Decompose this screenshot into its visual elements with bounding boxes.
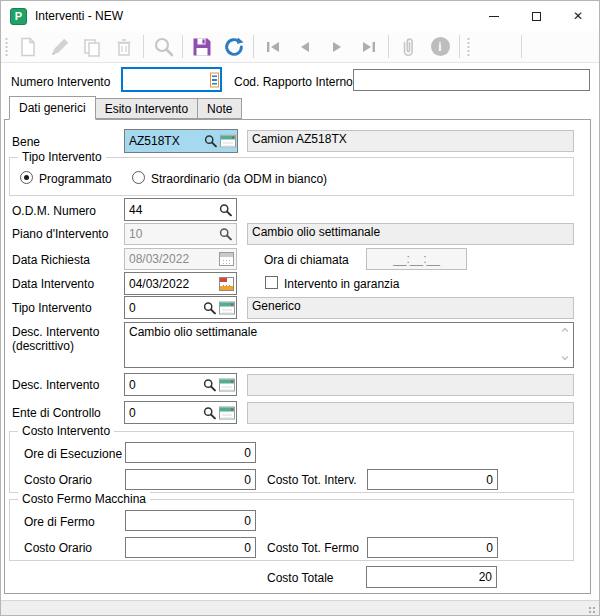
costo-orario-fermo-field — [125, 537, 256, 558]
costo-orario-intervento-input[interactable] — [125, 469, 256, 490]
costo-tot-interv-label: Costo Tot. Interv. — [267, 473, 357, 487]
lookup-search-icon — [219, 228, 232, 241]
close-icon: ✕ — [573, 9, 583, 23]
minimize-button[interactable] — [473, 1, 515, 31]
search-button[interactable] — [150, 34, 176, 60]
first-record-icon — [265, 40, 281, 54]
costo-totale-field — [366, 566, 497, 588]
previous-record-icon — [298, 40, 312, 54]
radio-programmato[interactable] — [20, 171, 33, 184]
radio-straordinario[interactable] — [132, 171, 145, 184]
interventi-window: P Interventi - NEW ✕ — [0, 0, 600, 616]
dati-generici-panel: Bene Camion AZ518TX Tipo Intervento Prog… — [4, 119, 591, 594]
bene-description: Camion AZ518TX — [247, 130, 574, 152]
new-document-icon — [18, 37, 38, 57]
costo-tot-fermo-label: Costo Tot. Fermo — [267, 541, 359, 555]
edit-pencil-icon — [50, 37, 70, 57]
costo-totale-input[interactable] — [366, 566, 497, 588]
lookup-search-icon[interactable] — [203, 406, 216, 419]
costo-tot-fermo-field — [367, 537, 498, 558]
lookup-search-icon[interactable] — [204, 135, 217, 148]
close-button[interactable]: ✕ — [557, 1, 599, 31]
open-form-icon[interactable] — [219, 301, 235, 314]
lookup-search-icon[interactable] — [203, 301, 216, 314]
ore-esecuzione-field — [125, 442, 256, 463]
tab-dati-generici[interactable]: Dati generici — [9, 96, 96, 120]
open-form-icon[interactable] — [219, 378, 235, 391]
previous-record-button[interactable] — [292, 34, 318, 60]
last-record-icon — [361, 40, 377, 54]
calendar-color-icon[interactable] — [219, 277, 234, 291]
data-richiesta-label: Data Richiesta — [12, 253, 90, 267]
ora-chiamata-label: Ora di chiamata — [264, 253, 349, 267]
last-record-button[interactable] — [356, 34, 382, 60]
ore-fermo-label: Ore di Fermo — [24, 515, 95, 529]
first-record-button[interactable] — [260, 34, 286, 60]
radio-straordinario-label: Straordinario (da ODM in bianco) — [151, 172, 327, 186]
ore-esecuzione-input[interactable] — [125, 442, 256, 463]
data-intervento-field — [124, 272, 237, 295]
resize-grip[interactable] — [588, 606, 597, 615]
radio-programmato-label: Programmato — [39, 172, 112, 186]
desc-descrittivo-textarea[interactable]: Cambio olio settimanale — [124, 322, 574, 368]
lookup-search-icon[interactable] — [219, 203, 232, 216]
copy-icon — [82, 37, 102, 57]
scroll-up-icon[interactable] — [561, 326, 569, 334]
calendar-icon — [219, 252, 234, 266]
numero-intervento-input[interactable] — [121, 67, 222, 92]
desc-intervento-description — [247, 374, 574, 396]
minimize-icon — [489, 16, 499, 17]
tipo-intervento-group-title: Tipo Intervento — [18, 150, 106, 164]
info-button[interactable]: i — [427, 34, 453, 60]
maximize-button[interactable] — [515, 1, 557, 31]
toolbar-separator — [143, 35, 144, 58]
tipo-intervento-row-label: Tipo Intervento — [12, 301, 92, 315]
auto-number-icon[interactable] — [210, 72, 219, 87]
copy-record-button[interactable] — [79, 34, 105, 60]
ente-controllo-field — [124, 401, 237, 424]
edit-record-button[interactable] — [47, 34, 73, 60]
tab-strip: Dati generici Esito Intervento Note — [9, 96, 242, 119]
toolbar-separator — [253, 35, 254, 58]
piano-intervento-description: Cambio olio settimanale — [247, 223, 574, 245]
costo-fermo-group: Costo Fermo Macchina Ore di Fermo Costo … — [9, 499, 574, 561]
desc-intervento-field — [124, 373, 237, 396]
toolbar-grip[interactable] — [466, 36, 471, 58]
odm-numero-field — [124, 198, 237, 221]
tipo-intervento-description: Generico — [247, 297, 574, 319]
title-bar: P Interventi - NEW ✕ — [1, 1, 599, 31]
costo-tot-fermo-input[interactable] — [367, 537, 498, 558]
lookup-search-icon[interactable] — [203, 378, 216, 391]
next-record-icon — [330, 40, 344, 54]
delete-record-button[interactable] — [111, 34, 137, 60]
tab-esito-intervento[interactable]: Esito Intervento — [96, 98, 198, 119]
piano-intervento-field — [124, 223, 237, 245]
data-richiesta-field — [124, 248, 237, 270]
cod-rapporto-input[interactable] — [353, 69, 590, 91]
attachments-button[interactable] — [395, 34, 421, 60]
costo-orario-fermo-input[interactable] — [125, 537, 256, 558]
toolbar-grip[interactable] — [4, 36, 9, 58]
ora-chiamata-input — [366, 248, 467, 270]
status-strip — [1, 600, 599, 616]
garanzia-checkbox[interactable] — [265, 276, 278, 289]
ore-fermo-input[interactable] — [125, 510, 256, 531]
tipo-intervento-group: Tipo Intervento Programmato Straordinari… — [9, 157, 574, 196]
next-record-button[interactable] — [324, 34, 350, 60]
numero-intervento-field — [121, 67, 222, 92]
toolbar-separator — [521, 35, 522, 58]
toolbar-separator — [459, 35, 460, 58]
cod-rapporto-label: Cod. Rapporto Interno — [234, 75, 353, 89]
open-form-icon[interactable] — [219, 406, 235, 419]
numero-intervento-label: Numero Intervento — [11, 75, 110, 89]
new-record-button[interactable] — [15, 34, 41, 60]
search-icon — [153, 36, 174, 57]
bene-label: Bene — [12, 135, 40, 149]
costo-tot-interv-input[interactable] — [367, 469, 498, 490]
tab-note[interactable]: Note — [198, 98, 242, 119]
scroll-down-icon[interactable] — [561, 354, 569, 362]
costo-tot-interv-field — [367, 469, 498, 490]
save-button[interactable] — [189, 34, 215, 60]
open-form-icon[interactable] — [220, 135, 236, 148]
refresh-button[interactable] — [221, 34, 247, 60]
